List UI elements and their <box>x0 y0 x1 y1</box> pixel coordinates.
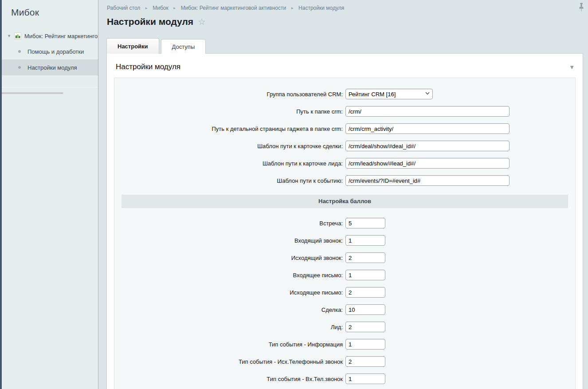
form-row: Шаблон пути к событию: <box>122 175 568 186</box>
sidebar-title: Мибок <box>11 7 98 18</box>
tab-settings[interactable]: Настройки <box>106 38 159 54</box>
deal-card-template-input[interactable] <box>345 141 510 151</box>
breadcrumb-item-desktop[interactable]: Рабочий стол <box>107 5 140 11</box>
breadcrumb-arrow-icon: ► <box>173 6 176 10</box>
breadcrumb-item-module[interactable]: Мибок: Рейтинг маркетинговой активности <box>181 5 286 11</box>
sidebar-divider <box>1 92 63 94</box>
field-label: Шаблон пути к карточке лида: <box>122 160 345 167</box>
form-row: Тип события - Исх.Телефонный звонок <box>122 356 568 367</box>
sidebar-edge-strip <box>0 0 2 389</box>
settings-form: Группа пользователей CRM: Рейтинг CRM [1… <box>114 78 576 389</box>
form-row: Группа пользователей CRM: Рейтинг CRM [1… <box>122 89 568 99</box>
form-row: Путь к папке crm: <box>122 106 568 117</box>
sidebar-item-label: Мибок: Рейтинг маркетинговой активности <box>24 33 98 39</box>
form-row: Путь к детальной страницы гаджета в папк… <box>122 123 568 134</box>
event-path-template-input[interactable] <box>345 175 510 186</box>
form-row: Входящее письмо: <box>122 270 568 280</box>
section-title: Настройки модуля <box>116 63 180 71</box>
field-label: Исходящий звонок: <box>122 255 345 261</box>
field-label: Тип события - Информация <box>122 341 345 348</box>
breadcrumb-arrow-icon: ► <box>145 6 148 10</box>
form-row: Шаблон пути к карточке сделки: <box>122 141 568 151</box>
tab-label: Доступы <box>172 43 195 50</box>
form-row: Лид: <box>122 322 568 332</box>
field-label: Путь к детальной страницы гаджета в папк… <box>122 126 345 132</box>
settings-panel: Настройки модуля ▼ Группа пользователей … <box>106 53 583 389</box>
incoming-call-points-input[interactable] <box>345 235 385 246</box>
deal-points-input[interactable] <box>345 304 385 315</box>
field-label: Сделка: <box>122 306 345 313</box>
breadcrumb: Рабочий стол ► Мибок ► Мибок: Рейтинг ма… <box>99 0 588 11</box>
form-row: Исходящий звонок: <box>122 252 568 263</box>
tab-label: Настройки <box>118 43 148 50</box>
form-row: Тип события - Информация <box>122 339 568 350</box>
form-row: Входящий звонок: <box>122 235 568 246</box>
bar-chart-icon <box>14 32 21 39</box>
sidebar-menu: ▼ Мибок: Рейтинг маркетинговой активност… <box>0 28 98 75</box>
sidebar-item-help[interactable]: Помощь и доработки <box>0 43 98 59</box>
field-label: Входящее письмо: <box>122 272 345 279</box>
field-label: Встреча: <box>122 220 345 227</box>
main-area: Рабочий стол ► Мибок ► Мибок: Рейтинг ма… <box>99 0 588 389</box>
event-outgoing-phone-points-input[interactable] <box>345 356 385 367</box>
collapse-section-icon[interactable]: ▼ <box>569 64 575 70</box>
field-label: Исходящее письмо: <box>122 289 345 296</box>
field-label: Путь к папке crm: <box>122 108 345 115</box>
field-label: Шаблон пути к событию: <box>122 177 345 184</box>
sidebar-item-module-root[interactable]: ▼ Мибок: Рейтинг маркетинговой активност… <box>0 28 98 43</box>
form-row: Тип события - Вх.Тел.звонок <box>122 373 568 384</box>
sidebar-item-module-settings[interactable]: Настройки модуля <box>0 59 98 75</box>
sidebar-item-label: Помощь и доработки <box>27 48 84 55</box>
points-section-header: Настройка баллов <box>122 195 568 208</box>
form-row: Сделка: <box>122 304 568 315</box>
tab-access[interactable]: Доступы <box>161 39 206 54</box>
event-incoming-phone-points-input[interactable] <box>345 373 385 384</box>
page-title: Настройки модуля <box>107 16 193 27</box>
meeting-points-input[interactable] <box>345 218 385 228</box>
crm-folder-path-input[interactable] <box>345 106 510 117</box>
tabs: Настройки Доступы <box>106 38 583 54</box>
outgoing-email-points-input[interactable] <box>345 287 385 298</box>
form-row: Встреча: <box>122 218 568 228</box>
bullet-icon <box>18 50 21 53</box>
pin-icon[interactable] <box>578 3 584 13</box>
field-label: Входящий звонок: <box>122 237 345 244</box>
sidebar-separator <box>0 87 98 87</box>
outgoing-call-points-input[interactable] <box>345 252 385 263</box>
event-info-points-input[interactable] <box>345 339 385 350</box>
field-label: Лид: <box>122 324 345 330</box>
crm-user-group-select[interactable]: Рейтинг CRM [16] <box>345 89 433 99</box>
incoming-email-points-input[interactable] <box>345 270 385 280</box>
sidebar: Мибок ▼ Мибок: Рейтинг маркетинговой акт… <box>0 0 98 389</box>
lead-card-template-input[interactable] <box>345 158 510 169</box>
form-row: Шаблон пути к карточке лида: <box>122 158 568 169</box>
field-label: Шаблон пути к карточке сделки: <box>122 143 345 149</box>
field-label: Тип события - Вх.Тел.звонок <box>122 376 345 382</box>
field-label: Группа пользователей CRM: <box>122 91 345 98</box>
gadget-detail-path-input[interactable] <box>345 123 510 134</box>
sidebar-item-label: Настройки модуля <box>27 64 77 71</box>
form-row: Исходящее письмо: <box>122 287 568 298</box>
breadcrumb-item-mibok[interactable]: Мибок <box>153 5 169 11</box>
breadcrumb-item-settings[interactable]: Настройки модуля <box>298 5 344 11</box>
favorite-star-icon[interactable]: ☆ <box>198 17 206 26</box>
tree-expand-arrow-icon[interactable]: ▼ <box>7 34 14 38</box>
lead-points-input[interactable] <box>345 322 385 332</box>
field-label: Тип события - Исх.Телефонный звонок <box>122 358 345 365</box>
breadcrumb-arrow-icon: ► <box>290 6 294 10</box>
bullet-icon <box>18 66 21 69</box>
